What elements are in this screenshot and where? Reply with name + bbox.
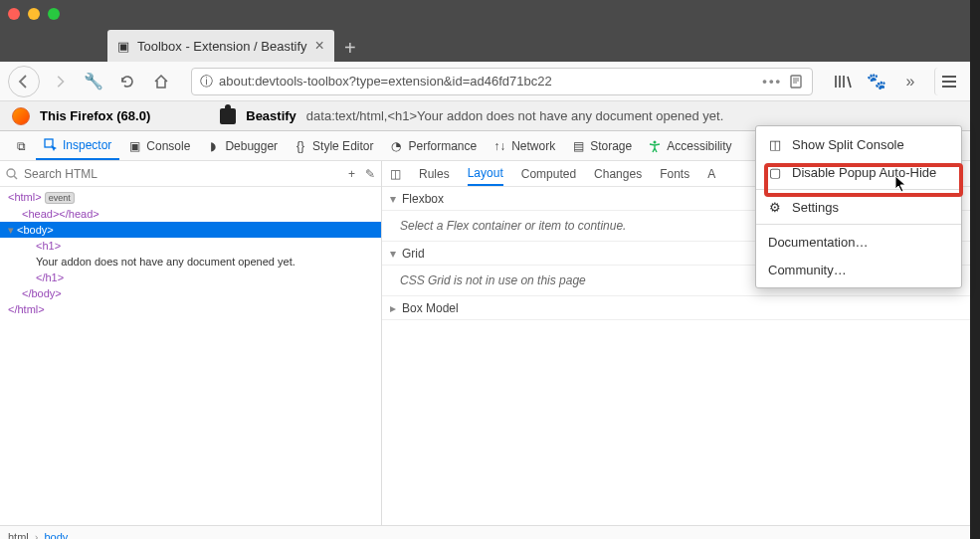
split-console-icon: ◫ [768, 137, 782, 152]
new-tab-button[interactable]: + [334, 34, 366, 62]
minimize-window-button[interactable] [28, 8, 40, 20]
mouse-cursor-icon [894, 175, 908, 193]
browser-tabstrip: ▣ Toolbox - Extension / Beastify × + [0, 28, 970, 62]
firefox-icon [12, 107, 30, 125]
crumb-html[interactable]: html [8, 531, 29, 540]
paw-icon[interactable]: 🐾 [863, 68, 890, 95]
library-icon[interactable] [829, 68, 857, 95]
section-boxmodel[interactable]: ▸Box Model [382, 296, 970, 320]
tab-title: Toolbox - Extension / Beastify [137, 39, 307, 54]
dock-button[interactable]: ⧉ [6, 131, 36, 160]
tool-style-editor[interactable]: {}Style Editor [286, 131, 381, 160]
window-titlebar [0, 0, 970, 28]
menu-separator [756, 224, 961, 225]
tool-accessibility[interactable]: Accessibility [640, 131, 739, 160]
close-window-button[interactable] [8, 8, 20, 20]
maximize-window-button[interactable] [48, 8, 60, 20]
selected-node-body[interactable]: ▾ <body> [0, 222, 381, 238]
forward-button[interactable] [46, 68, 74, 95]
subtab-changes[interactable]: Changes [594, 167, 642, 181]
html-search-input[interactable] [24, 167, 342, 181]
menu-split-console[interactable]: ◫Show Split Console [756, 130, 961, 158]
dom-tree[interactable]: <html> event <head></head> ▾ <body> <h1>… [0, 187, 381, 525]
navbar: 🔧 ⓘ about:devtools-toolbox?type=extensio… [0, 62, 970, 101]
toggle-3pane-icon[interactable]: ◫ [390, 167, 401, 181]
html-search-row: + ✎ [0, 161, 381, 187]
markup-panel: + ✎ <html> event <head></head> ▾ <body> … [0, 161, 382, 525]
breadcrumb: html › body [0, 525, 970, 539]
hamburger-menu-button[interactable] [934, 68, 962, 95]
overflow-icon[interactable]: » [896, 68, 924, 95]
reader-mode-icon[interactable] [788, 74, 804, 90]
menu-settings[interactable]: ⚙Settings [756, 193, 961, 221]
info-icon: ⓘ [200, 73, 213, 90]
svg-point-3 [7, 169, 15, 177]
a11y-icon [648, 139, 662, 153]
gear-icon: ⚙ [768, 200, 782, 215]
tool-console[interactable]: ▣Console [119, 131, 198, 160]
extension-name: Beastify [246, 108, 296, 123]
menu-community[interactable]: Community… [756, 256, 961, 283]
eyedropper-button[interactable]: ✎ [365, 167, 375, 181]
subtab-rules[interactable]: Rules [419, 167, 450, 181]
tool-storage[interactable]: ▤Storage [563, 131, 640, 160]
extension-icon [220, 108, 236, 124]
devtools-button[interactable]: 🔧 [80, 68, 107, 95]
menu-separator [756, 189, 961, 190]
reload-button[interactable] [113, 68, 141, 95]
devtools-menu-popup: ◫Show Split Console ▢Disable Popup Auto-… [755, 125, 962, 288]
tab-close-button[interactable]: × [315, 37, 324, 55]
svg-rect-0 [791, 76, 801, 88]
subtab-fonts[interactable]: Fonts [660, 167, 689, 181]
inspector-icon [44, 138, 58, 152]
extension-info: data:text/html,<h1>Your addon does not h… [306, 108, 723, 123]
tool-debugger[interactable]: ◗Debugger [198, 131, 286, 160]
search-icon [6, 168, 18, 180]
svg-point-2 [654, 140, 657, 143]
tool-network[interactable]: ↑↓Network [485, 131, 563, 160]
url-bar[interactable]: ⓘ about:devtools-toolbox?type=extension&… [191, 68, 813, 95]
tab-icon: ▣ [117, 39, 129, 54]
home-button[interactable] [147, 68, 175, 95]
tool-performance[interactable]: ◔Performance [381, 131, 485, 160]
add-node-button[interactable]: + [348, 167, 355, 181]
subtab-animations[interactable]: A [707, 167, 715, 181]
subtab-layout[interactable]: Layout [468, 161, 503, 186]
tool-inspector[interactable]: Inspector [36, 131, 119, 160]
back-button[interactable] [8, 66, 40, 97]
subtab-computed[interactable]: Computed [521, 167, 576, 181]
menu-documentation[interactable]: Documentation… [756, 228, 961, 256]
firefox-label: This Firefox (68.0) [40, 108, 150, 123]
page-actions-icon[interactable]: ••• [762, 74, 782, 89]
menu-disable-popup-autohide[interactable]: ▢Disable Popup Auto-Hide [756, 158, 961, 186]
crumb-body[interactable]: body [44, 531, 68, 540]
browser-tab[interactable]: ▣ Toolbox - Extension / Beastify × [107, 30, 334, 62]
url-text: about:devtools-toolbox?type=extension&id… [219, 74, 552, 89]
crumb-separator-icon: › [35, 531, 39, 540]
popup-icon: ▢ [768, 165, 782, 180]
